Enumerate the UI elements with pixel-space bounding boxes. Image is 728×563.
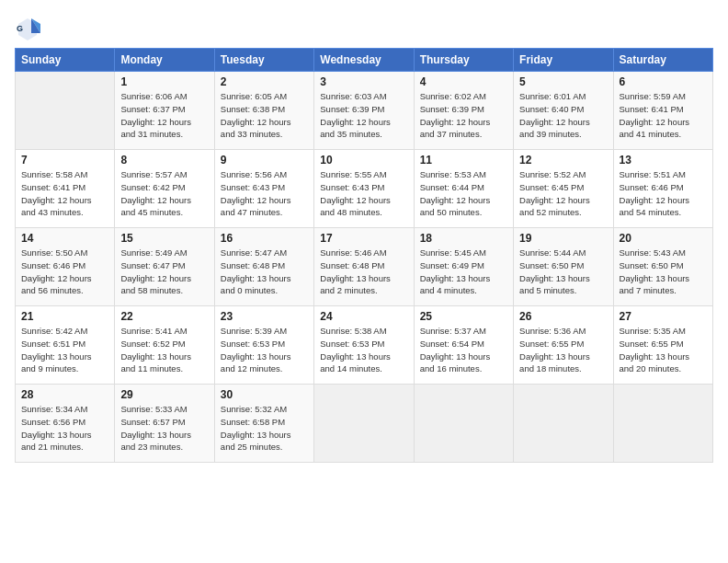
- day-number: 15: [120, 232, 208, 245]
- day-info: Sunrise: 5:51 AMSunset: 6:46 PMDaylight:…: [620, 168, 707, 219]
- calendar-cell: [16, 72, 115, 150]
- calendar-cell: [414, 385, 513, 463]
- day-number: 3: [320, 75, 407, 88]
- weekday-header-wednesday: Wednesday: [314, 49, 414, 72]
- logo: G: [15, 15, 713, 40]
- day-info: Sunrise: 5:43 AMSunset: 6:50 PMDaylight:…: [620, 247, 707, 297]
- calendar-cell: 2Sunrise: 6:05 AMSunset: 6:38 PMDaylight…: [214, 72, 313, 150]
- calendar-cell: 12Sunrise: 5:52 AMSunset: 6:45 PMDayligh…: [514, 150, 613, 228]
- day-number: 22: [120, 310, 208, 323]
- day-info: Sunrise: 5:39 AMSunset: 6:53 PMDaylight:…: [221, 325, 308, 375]
- day-number: 10: [320, 154, 407, 167]
- day-info: Sunrise: 6:05 AMSunset: 6:38 PMDaylight:…: [221, 90, 308, 141]
- calendar-cell: 8Sunrise: 5:57 AMSunset: 6:42 PMDaylight…: [115, 150, 214, 228]
- day-info: Sunrise: 5:36 AMSunset: 6:55 PMDaylight:…: [519, 325, 607, 375]
- weekday-header-saturday: Saturday: [613, 49, 712, 72]
- day-number: 24: [320, 310, 407, 323]
- day-info: Sunrise: 5:56 AMSunset: 6:43 PMDaylight:…: [221, 168, 308, 219]
- calendar-cell: 19Sunrise: 5:44 AMSunset: 6:50 PMDayligh…: [514, 228, 613, 306]
- day-info: Sunrise: 6:03 AMSunset: 6:39 PMDaylight:…: [320, 90, 407, 141]
- day-number: 17: [320, 232, 407, 245]
- calendar-cell: 25Sunrise: 5:37 AMSunset: 6:54 PMDayligh…: [414, 306, 513, 385]
- day-info: Sunrise: 5:53 AMSunset: 6:44 PMDaylight:…: [420, 168, 507, 219]
- calendar-cell: 1Sunrise: 6:06 AMSunset: 6:37 PMDaylight…: [115, 72, 214, 150]
- weekday-header-sunday: Sunday: [16, 49, 115, 72]
- day-info: Sunrise: 5:46 AMSunset: 6:48 PMDaylight:…: [320, 247, 407, 297]
- day-number: 18: [420, 232, 507, 245]
- day-number: 25: [420, 310, 507, 323]
- svg-text:G: G: [17, 24, 23, 33]
- calendar-cell: 11Sunrise: 5:53 AMSunset: 6:44 PMDayligh…: [414, 150, 513, 228]
- day-number: 13: [620, 154, 707, 167]
- day-number: 4: [420, 75, 507, 88]
- calendar-cell: 28Sunrise: 5:34 AMSunset: 6:56 PMDayligh…: [16, 385, 115, 463]
- calendar-table: SundayMondayTuesdayWednesdayThursdayFrid…: [15, 48, 713, 463]
- calendar-cell: 7Sunrise: 5:58 AMSunset: 6:41 PMDaylight…: [16, 150, 115, 228]
- logo-icon: G: [15, 15, 40, 40]
- day-info: Sunrise: 5:41 AMSunset: 6:52 PMDaylight:…: [120, 325, 208, 375]
- calendar-cell: 14Sunrise: 5:50 AMSunset: 6:46 PMDayligh…: [16, 228, 115, 306]
- day-info: Sunrise: 5:49 AMSunset: 6:47 PMDaylight:…: [120, 247, 208, 297]
- calendar-cell: 29Sunrise: 5:33 AMSunset: 6:57 PMDayligh…: [115, 385, 214, 463]
- calendar-cell: 30Sunrise: 5:32 AMSunset: 6:58 PMDayligh…: [214, 385, 313, 463]
- calendar-cell: [314, 385, 414, 463]
- calendar-cell: 4Sunrise: 6:02 AMSunset: 6:39 PMDaylight…: [414, 72, 513, 150]
- day-number: 11: [420, 154, 507, 167]
- day-info: Sunrise: 5:35 AMSunset: 6:55 PMDaylight:…: [620, 325, 707, 375]
- day-info: Sunrise: 5:33 AMSunset: 6:57 PMDaylight:…: [120, 403, 208, 454]
- day-number: 9: [221, 154, 308, 167]
- day-info: Sunrise: 5:57 AMSunset: 6:42 PMDaylight:…: [120, 168, 208, 219]
- day-info: Sunrise: 5:38 AMSunset: 6:53 PMDaylight:…: [320, 325, 407, 375]
- calendar-cell: 23Sunrise: 5:39 AMSunset: 6:53 PMDayligh…: [214, 306, 313, 385]
- weekday-header-row: SundayMondayTuesdayWednesdayThursdayFrid…: [16, 49, 713, 72]
- calendar-cell: 15Sunrise: 5:49 AMSunset: 6:47 PMDayligh…: [115, 228, 214, 306]
- day-number: 1: [120, 75, 208, 88]
- day-number: 7: [21, 154, 108, 167]
- day-info: Sunrise: 5:58 AMSunset: 6:41 PMDaylight:…: [21, 168, 108, 219]
- day-number: 20: [620, 232, 707, 245]
- day-number: 29: [120, 388, 208, 401]
- day-info: Sunrise: 5:45 AMSunset: 6:49 PMDaylight:…: [420, 247, 507, 297]
- day-info: Sunrise: 5:32 AMSunset: 6:58 PMDaylight:…: [221, 403, 308, 454]
- day-number: 27: [620, 310, 707, 323]
- day-number: 6: [620, 75, 707, 88]
- calendar-cell: 27Sunrise: 5:35 AMSunset: 6:55 PMDayligh…: [613, 306, 712, 385]
- day-number: 21: [21, 310, 108, 323]
- day-number: 12: [519, 154, 607, 167]
- day-info: Sunrise: 6:01 AMSunset: 6:40 PMDaylight:…: [519, 90, 607, 141]
- day-info: Sunrise: 5:52 AMSunset: 6:45 PMDaylight:…: [519, 168, 607, 219]
- day-number: 30: [221, 388, 308, 401]
- day-info: Sunrise: 5:55 AMSunset: 6:43 PMDaylight:…: [320, 168, 407, 219]
- day-info: Sunrise: 5:59 AMSunset: 6:41 PMDaylight:…: [620, 90, 707, 141]
- calendar-cell: [613, 385, 712, 463]
- calendar-week-row: 21Sunrise: 5:42 AMSunset: 6:51 PMDayligh…: [16, 306, 713, 385]
- day-info: Sunrise: 5:37 AMSunset: 6:54 PMDaylight:…: [420, 325, 507, 375]
- day-number: 23: [221, 310, 308, 323]
- day-number: 2: [221, 75, 308, 88]
- calendar-cell: 9Sunrise: 5:56 AMSunset: 6:43 PMDaylight…: [214, 150, 313, 228]
- calendar-cell: 16Sunrise: 5:47 AMSunset: 6:48 PMDayligh…: [214, 228, 313, 306]
- calendar-cell: [514, 385, 613, 463]
- day-number: 19: [519, 232, 607, 245]
- day-info: Sunrise: 5:34 AMSunset: 6:56 PMDaylight:…: [21, 403, 108, 454]
- weekday-header-thursday: Thursday: [414, 49, 513, 72]
- calendar-week-row: 7Sunrise: 5:58 AMSunset: 6:41 PMDaylight…: [16, 150, 713, 228]
- calendar-cell: 10Sunrise: 5:55 AMSunset: 6:43 PMDayligh…: [314, 150, 414, 228]
- weekday-header-tuesday: Tuesday: [214, 49, 313, 72]
- day-info: Sunrise: 6:02 AMSunset: 6:39 PMDaylight:…: [420, 90, 507, 141]
- day-info: Sunrise: 6:06 AMSunset: 6:37 PMDaylight:…: [120, 90, 208, 141]
- weekday-header-monday: Monday: [115, 49, 214, 72]
- calendar-cell: 26Sunrise: 5:36 AMSunset: 6:55 PMDayligh…: [514, 306, 613, 385]
- day-number: 8: [120, 154, 208, 167]
- day-number: 14: [21, 232, 108, 245]
- day-info: Sunrise: 5:44 AMSunset: 6:50 PMDaylight:…: [519, 247, 607, 297]
- calendar-cell: 6Sunrise: 5:59 AMSunset: 6:41 PMDaylight…: [613, 72, 712, 150]
- calendar-cell: 17Sunrise: 5:46 AMSunset: 6:48 PMDayligh…: [314, 228, 414, 306]
- calendar-cell: 20Sunrise: 5:43 AMSunset: 6:50 PMDayligh…: [613, 228, 712, 306]
- day-number: 28: [21, 388, 108, 401]
- day-number: 5: [519, 75, 607, 88]
- top-section: G: [15, 15, 713, 40]
- calendar-week-row: 14Sunrise: 5:50 AMSunset: 6:46 PMDayligh…: [16, 228, 713, 306]
- calendar-cell: 22Sunrise: 5:41 AMSunset: 6:52 PMDayligh…: [115, 306, 214, 385]
- calendar-cell: 24Sunrise: 5:38 AMSunset: 6:53 PMDayligh…: [314, 306, 414, 385]
